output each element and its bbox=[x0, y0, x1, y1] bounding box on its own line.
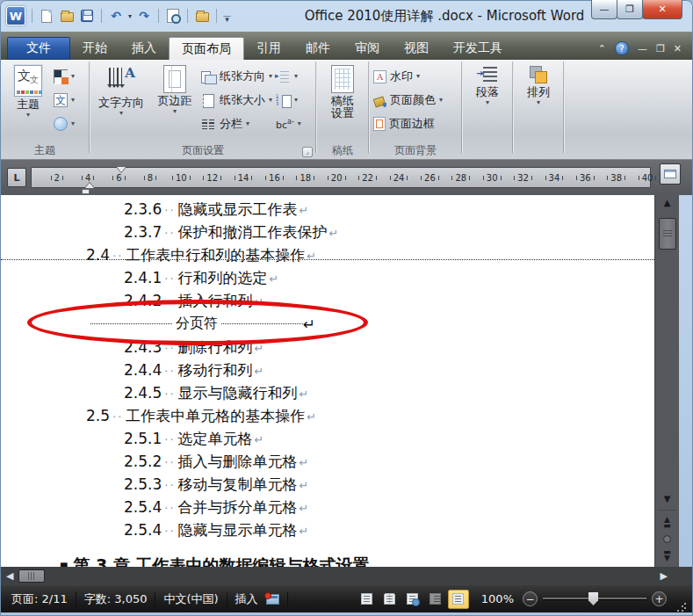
tab-开始[interactable]: 开始 bbox=[70, 37, 119, 60]
macro-record-icon[interactable] bbox=[266, 594, 279, 605]
view-button-fullscreen-reading[interactable] bbox=[379, 590, 401, 609]
collapse-ribbon-icon[interactable]: ⌃ bbox=[598, 44, 606, 54]
ruler-number: 24 bbox=[383, 168, 414, 187]
zoom-slider[interactable] bbox=[543, 598, 646, 600]
scroll-left-icon[interactable]: ◀ bbox=[1, 570, 18, 582]
vertical-scroll-thumb[interactable] bbox=[659, 218, 676, 250]
tab-selector-button[interactable]: L bbox=[7, 168, 26, 187]
toc-line: 2.4.1··行和列的选定↵ bbox=[1, 266, 654, 289]
tab-file[interactable]: 文件 bbox=[7, 37, 70, 60]
themes-button[interactable]: 主题 ▾ bbox=[4, 63, 52, 118]
breaks-icon bbox=[276, 69, 291, 84]
vertical-scrollbar[interactable]: ▲ ▼ ▲▬ ▬▼ bbox=[654, 195, 679, 567]
left-indent-marker[interactable] bbox=[82, 189, 90, 194]
open-icon[interactable] bbox=[59, 8, 75, 24]
restore-button[interactable]: ❐ bbox=[617, 0, 643, 19]
ruler-number: 40 bbox=[632, 168, 662, 187]
paragraph-button[interactable]: 段落 ▾ bbox=[466, 63, 509, 105]
tab-引用[interactable]: 引用 bbox=[244, 37, 293, 60]
toc-line: 2.4.4··移动行和列↵ bbox=[1, 359, 654, 381]
doc-close-icon[interactable]: ✕ bbox=[674, 44, 682, 54]
help-icon[interactable]: ? bbox=[615, 41, 629, 55]
tab-页面布局[interactable]: 页面布局 bbox=[169, 37, 244, 60]
hanging-indent-marker[interactable] bbox=[85, 178, 94, 188]
tab-视图[interactable]: 视图 bbox=[392, 37, 441, 60]
next-page-icon[interactable]: ▬▼ bbox=[663, 549, 671, 562]
theme-colors-button[interactable]: ▾ bbox=[54, 67, 75, 86]
redo-icon[interactable]: ↷ bbox=[136, 8, 152, 24]
breaks-button[interactable]: ▾ bbox=[276, 67, 301, 86]
scroll-right-icon[interactable]: ▶ bbox=[655, 570, 673, 582]
line-numbers-icon bbox=[276, 93, 291, 108]
view-button-print-layout[interactable] bbox=[357, 590, 378, 609]
blank-line bbox=[1, 541, 654, 554]
manuscript-setup-button[interactable]: 稿纸设置 bbox=[321, 63, 365, 120]
tab-审阅[interactable]: 审阅 bbox=[343, 37, 392, 60]
group-separator bbox=[563, 62, 565, 153]
horizontal-scrollbar[interactable]: ◀ ▶ bbox=[1, 567, 692, 585]
watermark-icon: A bbox=[373, 70, 386, 83]
outline-icon bbox=[430, 593, 441, 605]
manuscript-group-label: 稿纸 bbox=[317, 143, 368, 159]
page-setup-dialog-launcher-icon[interactable]: ⌟ bbox=[302, 147, 313, 157]
zoom-out-button[interactable]: − bbox=[523, 591, 538, 606]
minimize-button[interactable]: — bbox=[591, 0, 617, 19]
theme-effects-button[interactable]: ▾ bbox=[54, 114, 75, 134]
orientation-button[interactable]: 纸张方向▾ bbox=[201, 67, 272, 86]
view-button-draft[interactable] bbox=[448, 590, 469, 609]
margins-button[interactable]: 页边距 ▾ bbox=[150, 63, 199, 114]
tab-开发工具[interactable]: 开发工具 bbox=[441, 37, 515, 60]
close-button[interactable]: ✕ bbox=[642, 0, 682, 19]
toc-line: 2.3.6··隐藏或显示工作表↵ bbox=[1, 198, 654, 221]
watermark-button[interactable]: A水印▾ bbox=[373, 67, 443, 86]
open-folder-icon[interactable] bbox=[194, 8, 210, 24]
previous-page-icon[interactable]: ▲▬ bbox=[663, 517, 671, 529]
page-color-button[interactable]: 页面颜色▾ bbox=[373, 91, 443, 110]
new-document-icon[interactable] bbox=[39, 8, 54, 24]
web-layout-icon bbox=[407, 593, 418, 605]
toc-line: 2.3.7··保护和撤消工作表保护↵ bbox=[1, 221, 654, 243]
view-button-outline[interactable] bbox=[425, 590, 446, 609]
scroll-up-icon[interactable]: ▲ bbox=[664, 195, 671, 207]
ruler-number: 18 bbox=[290, 168, 321, 187]
zoom-in-button[interactable]: + bbox=[652, 591, 667, 606]
page-borders-button[interactable]: 页面边框 bbox=[373, 114, 443, 134]
insert-mode-indicator[interactable]: 插入 bbox=[235, 591, 258, 607]
first-line-indent-marker[interactable] bbox=[117, 167, 126, 177]
theme-fonts-button[interactable]: 文▾ bbox=[54, 91, 75, 110]
save-icon[interactable] bbox=[79, 8, 95, 24]
horizontal-scroll-thumb[interactable] bbox=[18, 569, 45, 583]
select-browse-object-icon[interactable] bbox=[663, 535, 671, 543]
zoom-slider-thumb[interactable] bbox=[588, 592, 598, 605]
ruler-number: 20 bbox=[321, 168, 352, 187]
horizontal-ruler[interactable]: 246810121416182022242628303234363840 bbox=[31, 167, 651, 188]
auto-page-break-line bbox=[1, 259, 654, 260]
print-preview-icon[interactable] bbox=[165, 8, 181, 24]
undo-dropdown-icon[interactable]: ▾ bbox=[128, 12, 132, 20]
word-count[interactable]: 字数: 3,050 bbox=[84, 591, 148, 607]
undo-icon[interactable]: ↶ bbox=[108, 8, 124, 24]
paper-size-button[interactable]: 纸张大小▾ bbox=[201, 91, 272, 110]
columns-button[interactable]: 分栏▾ bbox=[201, 114, 272, 134]
ruler-number: 12 bbox=[197, 168, 227, 187]
resize-grip[interactable] bbox=[675, 601, 687, 612]
word-logo[interactable]: W bbox=[6, 6, 25, 25]
arrange-button[interactable]: 排列 ▾ bbox=[517, 63, 559, 105]
zoom-level[interactable]: 100% bbox=[481, 592, 514, 605]
theme-fonts-icon: 文 bbox=[54, 93, 68, 107]
text-direction-button[interactable]: A 文字方向 ▾ bbox=[94, 63, 148, 116]
tab-邮件[interactable]: 邮件 bbox=[293, 37, 343, 60]
scroll-down-icon[interactable]: ▼ bbox=[664, 495, 671, 504]
customize-qat-icon[interactable]: —▾ bbox=[223, 11, 231, 21]
doc-restore-icon[interactable]: ❐ bbox=[656, 44, 665, 54]
page-indicator[interactable]: 页面: 2/11 bbox=[11, 591, 68, 607]
document-canvas[interactable]: 2.3.6··隐藏或显示工作表↵2.3.7··保护和撤消工作表保护↵2.4··工… bbox=[1, 195, 654, 567]
view-button-web-layout[interactable] bbox=[402, 590, 423, 609]
tab-插入[interactable]: 插入 bbox=[119, 37, 169, 60]
language-indicator[interactable]: 中文(中国) bbox=[163, 591, 218, 607]
doc-minimize-icon[interactable]: — bbox=[638, 44, 647, 54]
paragraph-group: 段落 ▾ bbox=[463, 60, 512, 159]
ruler-toggle-button[interactable] bbox=[660, 163, 681, 185]
line-numbers-button[interactable]: ▾ bbox=[276, 91, 301, 110]
hyphenation-button[interactable]: bca-▾ bbox=[276, 114, 301, 134]
